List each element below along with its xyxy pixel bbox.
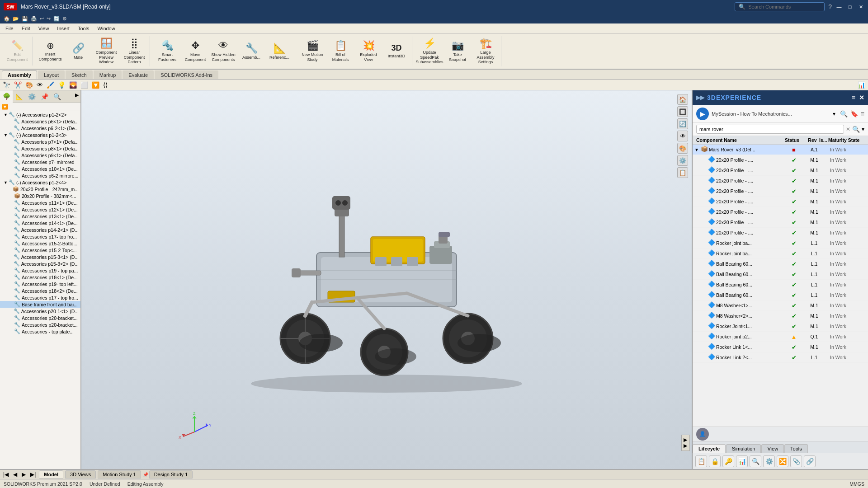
menu-file[interactable]: File	[2, 25, 17, 32]
tab-assembly[interactable]: Assembly	[2, 70, 37, 79]
view-home-icon[interactable]: 🏠	[677, 94, 688, 105]
display-mode-icon[interactable]: 🎨	[677, 143, 688, 154]
rp-tab-simulation[interactable]: Simulation	[726, 444, 761, 453]
redo-icon[interactable]: ↪	[47, 16, 51, 22]
maximize-button[interactable]: □	[846, 3, 854, 10]
take-snapshot-button[interactable]: 📷 TakeSnapshot	[444, 37, 471, 66]
tab-motion-study-1[interactable]: Motion Study 1	[98, 470, 141, 479]
tree-item-14[interactable]: 🔧Accessories p11<1> (De...	[0, 199, 80, 206]
insert-components-button[interactable]: ⊕ InsertComponents	[37, 37, 64, 66]
tree-item-12[interactable]: 📦20x20 Profile - 242mm_m...	[0, 186, 80, 192]
tree-item-19[interactable]: 🔧Accessories p17- top fro...	[0, 233, 80, 240]
component-row-7[interactable]: 🔷 20x20 Profile - .... ✔ M.1 In Work	[693, 217, 868, 228]
edit-component-button[interactable]: ✏️ EditComponent	[4, 37, 31, 66]
rp-action-chart-icon[interactable]: 📊	[736, 455, 748, 467]
home-icon[interactable]: 🏠	[4, 16, 10, 22]
menu-edit[interactable]: Edit	[18, 25, 34, 32]
tree-item-33[interactable]: 🔧Accessories - top plate...	[0, 328, 80, 335]
tree-item-11[interactable]: ▼🔧(-) Accessories p1-2<4>	[0, 179, 80, 186]
nav-last-icon[interactable]: ▶|	[29, 471, 37, 478]
help-icon[interactable]: ?	[828, 3, 832, 10]
close-button[interactable]: ✕	[857, 3, 864, 10]
mate-button[interactable]: 🔗 Mate	[65, 37, 92, 66]
menu-insert[interactable]: Insert	[53, 25, 73, 32]
tree-item-30[interactable]: 🔧Accessories p20-1<1> (D...	[0, 308, 80, 314]
tab-design-study-1[interactable]: Design Study 1	[149, 470, 193, 479]
session-dropdown-icon[interactable]: ▾	[833, 111, 835, 117]
rp-action-search-icon[interactable]: 🔍	[750, 455, 761, 467]
tree-item-20[interactable]: 🔧Accessories p15-2-Botto...	[0, 240, 80, 247]
tree-item-25[interactable]: 🔧Accessories p18<1> (De...	[0, 274, 80, 281]
tab-layout[interactable]: Layout	[38, 70, 65, 79]
view-orient-icon[interactable]: 🔭	[2, 80, 11, 89]
3dexperience-expand-icon[interactable]: ▶▶	[681, 435, 690, 451]
rp-action-attach-icon[interactable]: 📎	[790, 455, 802, 467]
component-row-2[interactable]: 🔷 20x20 Profile - .... ✔ M.1 In Work	[693, 165, 868, 176]
rp-tab-tools[interactable]: Tools	[784, 444, 808, 453]
tree-item-3[interactable]: 🔧Accessories p6-2<1> (De...	[0, 125, 80, 131]
minimize-button[interactable]: —	[835, 3, 843, 10]
component-row-10[interactable]: 🔷 Rocker joint ba... ✔ L.1 In Work	[693, 249, 868, 259]
undo-icon[interactable]: ↩	[40, 16, 44, 22]
hide-show-icon[interactable]: 👁	[36, 80, 44, 89]
tree-item-9[interactable]: 🔧Accessories p10<1> (De...	[0, 165, 80, 172]
options-icon[interactable]: ⚙	[62, 16, 67, 22]
search-input[interactable]	[696, 125, 844, 134]
view-normal-icon[interactable]: 👁	[677, 131, 688, 141]
component-row-3[interactable]: 🔷 20x20 Profile - .... ✔ M.1 In Work	[693, 176, 868, 186]
component-row-20[interactable]: 🔷 Rocker Link 2<... ✔ L.1 In Work	[693, 352, 868, 363]
view-bg-icon[interactable]: ⬜	[80, 80, 89, 89]
tree-item-28[interactable]: 🔧Accessories p17 - top fro...	[0, 294, 80, 301]
session-search-icon[interactable]: 🔍	[840, 110, 848, 117]
lighting-icon[interactable]: 💡	[57, 80, 66, 89]
rp-action-lock-icon[interactable]: 🔒	[709, 455, 721, 467]
rp-action-shuffle-icon[interactable]: 🔀	[777, 455, 788, 467]
component-row-6[interactable]: 🔷 20x20 Profile - .... ✔ M.1 In Work	[693, 207, 868, 217]
component-row-15[interactable]: 🔷 M8 Washer<1>... ✔ M.1 In Work	[693, 300, 868, 311]
clear-search-icon[interactable]: ✕	[846, 126, 850, 132]
tree-item-32[interactable]: 🔧Accessories p20-bracket...	[0, 321, 80, 328]
collapse-panel-btn[interactable]: ▶	[73, 90, 80, 103]
search-go-icon[interactable]: 🔍	[852, 126, 860, 133]
tree-item-31[interactable]: 🔧Accessories p20-bracket...	[0, 314, 80, 321]
save-icon[interactable]: 💾	[22, 16, 28, 22]
tab-3d-views[interactable]: 3D Views	[65, 470, 96, 479]
lp-tab-display[interactable]: 📌	[38, 90, 51, 103]
component-row-9[interactable]: 🔷 Rocker joint ba... ✔ L.1 In Work	[693, 238, 868, 249]
section-view-icon[interactable]: ✂️	[13, 80, 23, 89]
component-row-11[interactable]: 🔷 Ball Bearing 60... ✔ L.1 In Work	[693, 259, 868, 269]
nav-prev-icon[interactable]: ◀	[12, 471, 19, 478]
properties-icon[interactable]: 📋	[677, 167, 688, 178]
rebuild-icon[interactable]: 🔄	[53, 16, 60, 22]
exploded-view-button[interactable]: 💥 Exploded View	[355, 37, 382, 66]
session-play-icon[interactable]: ▶	[696, 108, 709, 120]
session-options-icon[interactable]: ≡	[861, 110, 864, 117]
3d-viewport[interactable]: Y Z X 🏠 🔲 🔄 👁 🎨 ⚙️ 📋 ▶▶	[81, 90, 692, 469]
search-commands-input[interactable]	[748, 4, 821, 9]
tree-item-2[interactable]: 🔧Accessories p6<1> (Defa...	[0, 118, 80, 125]
assembly-button[interactable]: 🔧 Assemb...	[238, 37, 265, 66]
session-name[interactable]: MySession - How To Mechatronics...	[712, 111, 830, 117]
rp-action-key-icon[interactable]: 🔑	[722, 455, 734, 467]
edit-appear-icon[interactable]: 🖌️	[46, 80, 55, 89]
component-row-13[interactable]: 🔷 Ball Bearing 60... ✔ L.1 In Work	[693, 280, 868, 290]
tree-item-15[interactable]: 🔧Accessories p12<1> (De...	[0, 206, 80, 213]
tab-markup[interactable]: Markup	[94, 70, 122, 79]
move-component-button[interactable]: ✥ MoveComponent	[182, 37, 209, 66]
hide-show-items-icon[interactable]: ⚙️	[677, 155, 688, 166]
nav-first-icon[interactable]: |◀	[2, 471, 10, 478]
3dx-menu-icon[interactable]: ≡	[852, 94, 855, 101]
component-row-1[interactable]: 🔷 20x20 Profile - .... ✔ M.1 In Work	[693, 155, 868, 165]
component-row-17[interactable]: 🔷 Rocker Joint<1... ✔ M.1 In Work	[693, 321, 868, 332]
component-preview-button[interactable]: 🪟 ComponentPreviewWindow	[93, 36, 120, 66]
view-options-icon[interactable]: 📊	[857, 80, 866, 89]
component-row-4[interactable]: 🔷 20x20 Profile - .... ✔ M.1 In Work	[693, 186, 868, 197]
session-bookmark-icon[interactable]: 🔖	[850, 110, 858, 117]
lp-tab-config[interactable]: ⚙️	[25, 90, 38, 103]
tree-item-18[interactable]: 🔧Accessories p14-2<1> (D...	[0, 226, 80, 233]
component-row-16[interactable]: 🔷 M8 Washer<2>... ✔ M.1 In Work	[693, 311, 868, 321]
tree-item-13[interactable]: 📦20x20 Profile - 382mm<...	[0, 192, 80, 199]
tree-item-24[interactable]: 🔧Accessories p19 - top pa...	[0, 267, 80, 274]
scene-icon[interactable]: 🌄	[68, 80, 78, 89]
component-row-0[interactable]: ▼ 📦 Mars Rover_v3 (Def... ■ A.1 In Work	[693, 145, 868, 155]
